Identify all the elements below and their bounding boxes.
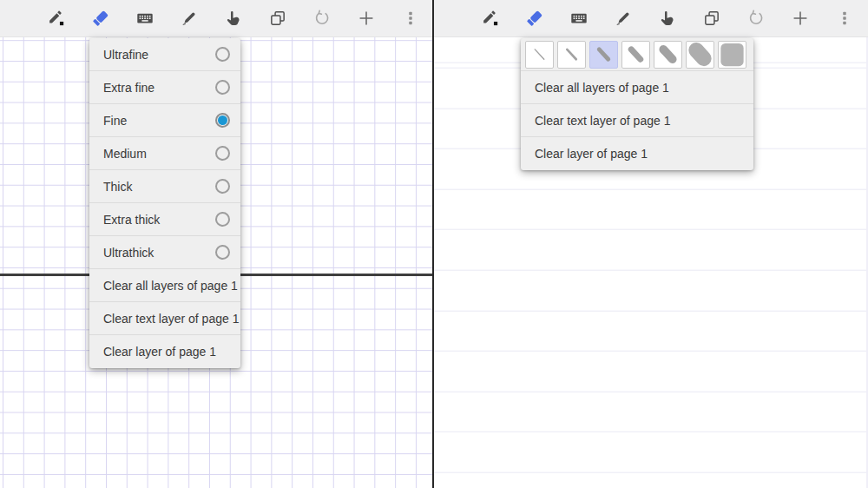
eraser-icon	[91, 9, 110, 28]
menu-item-extra-thick[interactable]: Extra thick	[89, 203, 240, 236]
pencil-tool-button[interactable]	[474, 2, 507, 35]
touch-tool-button[interactable]	[651, 2, 684, 35]
panel-divider	[432, 0, 434, 488]
left-note-panel: Ultrafine Extra fine Fine Medium Thick E…	[0, 0, 434, 488]
stroke-sample-icon	[591, 43, 616, 67]
stroke-width-swatch-7[interactable]	[718, 41, 746, 69]
keyboard-tool-button[interactable]	[128, 2, 161, 35]
overflow-menu-button[interactable]	[828, 2, 861, 35]
stroke-width-swatch-3-selected[interactable]	[589, 41, 618, 69]
toolbar-left	[0, 0, 434, 37]
eraser-icon	[525, 9, 544, 28]
undo-button[interactable]	[740, 2, 773, 35]
menu-item-clear-text-layer[interactable]: Clear text layer of page 1	[521, 104, 753, 137]
radio-fine-selected[interactable]	[215, 113, 230, 128]
eraser-tool-button[interactable]	[518, 2, 551, 35]
add-page-button[interactable]	[350, 2, 383, 35]
menu-item-ultrathick[interactable]: Ultrathick	[89, 236, 240, 269]
pencil-tool-button[interactable]	[40, 2, 73, 35]
stroke-width-swatch-1[interactable]	[525, 41, 554, 69]
menu-item-label: Clear all layers of page 1	[103, 279, 238, 293]
eraser-thickness-menu: Ultrafine Extra fine Fine Medium Thick E…	[89, 38, 240, 368]
menu-item-label: Extra fine	[103, 81, 208, 95]
menu-item-clear-layer[interactable]: Clear layer of page 1	[521, 137, 753, 170]
pencil-icon	[481, 9, 500, 28]
stroke-width-swatch-2[interactable]	[557, 41, 586, 69]
radio-extra-fine[interactable]	[215, 80, 230, 95]
overflow-dots-icon	[835, 9, 854, 28]
pages-button[interactable]	[261, 2, 294, 35]
stroke-width-swatch-4[interactable]	[621, 41, 650, 69]
keyboard-icon	[569, 9, 589, 28]
stroke-sample-icon	[720, 43, 745, 67]
plus-icon	[357, 9, 376, 28]
menu-item-label: Clear all layers of page 1	[535, 81, 743, 95]
menu-item-clear-layer[interactable]: Clear layer of page 1	[89, 335, 240, 368]
stroke-width-swatch-5[interactable]	[654, 41, 682, 69]
menu-item-label: Thick	[103, 180, 208, 194]
radio-ultrafine[interactable]	[215, 47, 230, 62]
stroke-sample-icon	[527, 43, 552, 67]
keyboard-icon	[135, 9, 155, 28]
stroke-sample-icon	[687, 43, 713, 67]
pen-icon	[180, 9, 199, 28]
add-page-button[interactable]	[784, 2, 817, 35]
touch-hand-icon	[224, 9, 243, 28]
right-note-panel: Clear all layers of page 1 Clear text la…	[434, 0, 868, 488]
touch-tool-button[interactable]	[217, 2, 250, 35]
pages-icon	[702, 9, 721, 28]
pen-icon	[614, 9, 633, 28]
menu-item-clear-all-layers[interactable]: Clear all layers of page 1	[521, 71, 753, 104]
menu-item-label: Medium	[103, 147, 208, 161]
pencil-icon	[47, 9, 66, 28]
plus-icon	[791, 9, 810, 28]
menu-item-label: Clear layer of page 1	[103, 345, 230, 359]
stroke-sample-icon	[623, 43, 648, 67]
radio-medium[interactable]	[215, 146, 230, 161]
stroke-sample-icon	[655, 43, 681, 67]
pages-button[interactable]	[695, 2, 728, 35]
radio-ultrathick[interactable]	[215, 245, 230, 260]
menu-item-ultrafine[interactable]: Ultrafine	[89, 38, 240, 71]
menu-item-label: Extra thick	[103, 213, 208, 227]
menu-item-clear-text-layer[interactable]: Clear text layer of page 1	[89, 302, 240, 335]
stroke-sample-icon	[559, 43, 584, 67]
menu-item-label: Ultrafine	[103, 48, 208, 62]
menu-item-thick[interactable]: Thick	[89, 170, 240, 203]
keyboard-tool-button[interactable]	[562, 2, 595, 35]
pen-tool-button[interactable]	[173, 2, 206, 35]
stroke-width-swatch-row	[521, 38, 753, 71]
menu-item-clear-all-layers[interactable]: Clear all layers of page 1	[89, 269, 240, 302]
undo-icon	[746, 9, 766, 28]
menu-item-extra-fine[interactable]: Extra fine	[89, 71, 240, 104]
eraser-width-menu: Clear all layers of page 1 Clear text la…	[521, 38, 753, 170]
touch-hand-icon	[658, 9, 677, 28]
pen-tool-button[interactable]	[607, 2, 640, 35]
menu-item-label: Fine	[103, 114, 208, 128]
stroke-width-swatch-6[interactable]	[686, 41, 714, 69]
pages-icon	[268, 9, 287, 28]
menu-item-label: Ultrathick	[103, 246, 208, 260]
menu-item-label: Clear layer of page 1	[535, 147, 743, 161]
radio-extra-thick[interactable]	[215, 212, 230, 227]
undo-icon	[312, 9, 332, 28]
menu-item-label: Clear text layer of page 1	[103, 312, 239, 326]
undo-button[interactable]	[306, 2, 339, 35]
menu-item-label: Clear text layer of page 1	[535, 114, 743, 128]
overflow-menu-button[interactable]	[394, 2, 427, 35]
toolbar-right	[434, 0, 868, 37]
eraser-tool-button[interactable]	[84, 2, 117, 35]
menu-item-fine[interactable]: Fine	[89, 104, 240, 137]
radio-thick[interactable]	[215, 179, 230, 194]
menu-item-medium[interactable]: Medium	[89, 137, 240, 170]
overflow-dots-icon	[401, 9, 420, 28]
